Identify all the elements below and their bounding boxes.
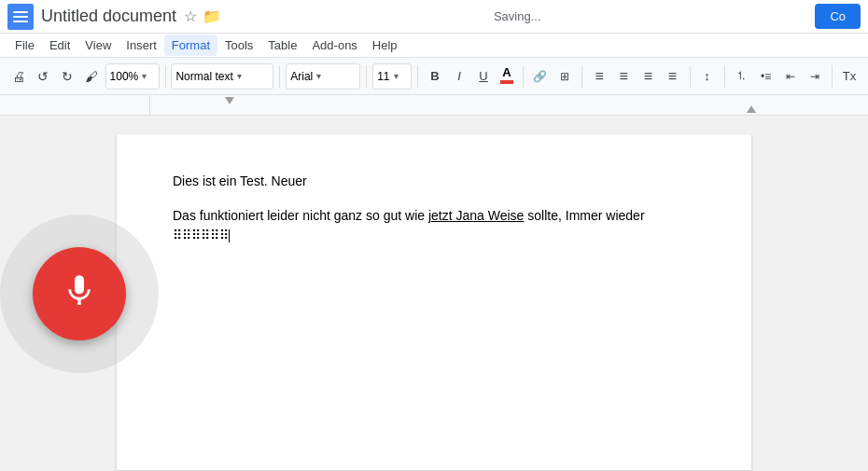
toolbar-divider-6 [581,65,582,88]
menu-item-tools[interactable]: Tools [217,35,260,56]
align-left-button[interactable]: ≡ [588,63,610,90]
doc-title[interactable]: Untitled document [41,7,176,26]
paint-format-button[interactable]: 🖌 [80,63,103,90]
image-button[interactable]: ⊞ [553,63,576,90]
font-select[interactable]: Arial ▾ [286,63,360,90]
folder-icon[interactable]: 📁 [203,7,221,25]
toolbar-divider-5 [523,65,524,88]
saving-status: Saving... [494,9,541,23]
bold-button[interactable]: B [424,63,446,90]
doc-line-2-underlined: jetzt Jana Weise [428,208,524,223]
ruler [0,95,868,116]
bullet-list-button[interactable]: •≡ [755,63,777,90]
share-button[interactable]: Co [815,4,861,29]
doc-line-2[interactable]: Das funktioniert leider nicht ganz so gu… [173,206,695,245]
font-value: Arial [290,70,313,83]
italic-button[interactable]: I [448,63,470,90]
font-size-value: 11 [377,70,389,83]
print-button[interactable]: 🖨 [7,63,30,90]
line-spacing-button[interactable]: ↕ [695,63,718,90]
justify-button[interactable]: ≡ [661,63,683,90]
toolbar-divider-3 [366,65,367,88]
ruler-content [149,95,868,115]
menu-item-edit[interactable]: Edit [42,35,77,56]
font-caret: ▾ [316,71,321,81]
toolbar-divider-7 [690,65,691,88]
menu-item-view[interactable]: View [77,35,119,56]
menu-item-format[interactable]: Format [164,35,217,56]
zoom-caret: ▾ [142,71,147,81]
mic-icon [61,272,98,315]
title-bar: Untitled document ☆ 📁 Saving... Co [0,0,868,34]
style-select[interactable]: Normal text ▾ [171,63,273,90]
style-value: Normal text [175,70,232,83]
text-color-button[interactable]: A [497,63,517,90]
doc-line-1[interactable]: Dies ist ein Test. Neuer [173,172,695,191]
indent-more-button[interactable]: ⇥ [804,63,826,90]
menu-item-help[interactable]: Help [365,35,405,56]
menu-bar: File Edit View Insert Format Tools Table… [0,34,868,58]
voice-overlay [0,116,159,471]
link-button[interactable]: 🔗 [529,63,552,90]
toolbar: 🖨 ↺ ↻ 🖌 100% ▾ Normal text ▾ Arial ▾ 11 … [0,58,868,95]
underline-button[interactable]: U [472,63,495,90]
indent-less-button[interactable]: ⇤ [779,63,802,90]
color-letter: A [502,65,511,79]
color-bar [500,80,513,84]
toolbar-divider-8 [724,65,725,88]
ruler-right-indent[interactable] [747,105,756,113]
zoom-value: 100% [110,70,139,83]
numbered-list-button[interactable]: ⒈ [730,63,752,90]
redo-button[interactable]: ↻ [56,63,78,90]
zoom-select[interactable]: 100% ▾ [105,63,160,90]
toolbar-divider-9 [832,65,833,88]
align-center-button[interactable]: ≡ [612,63,635,90]
menu-item-table[interactable]: Table [260,35,304,56]
undo-button[interactable]: ↺ [32,63,54,90]
size-caret: ▾ [394,71,399,81]
ruler-left-indent[interactable] [225,97,234,104]
app-icon [7,4,34,30]
star-icon[interactable]: ☆ [184,7,197,25]
menu-item-insert[interactable]: Insert [119,35,164,56]
toolbar-divider-2 [279,65,280,88]
clear-format-button[interactable]: Tx [838,63,861,90]
main-area: Dies ist ein Test. Neuer Das funktionier… [0,116,868,471]
menu-item-file[interactable]: File [7,35,42,56]
doc-line-2-before: Das funktioniert leider nicht ganz so gu… [173,208,428,223]
toolbar-divider-1 [165,65,166,88]
toolbar-divider-4 [417,65,418,88]
menu-item-addons[interactable]: Add-ons [304,35,364,56]
style-caret: ▾ [237,71,242,81]
text-cursor [229,229,230,242]
voice-circle-outer [0,215,159,373]
voice-button[interactable] [33,247,126,340]
font-size-select[interactable]: 11 ▾ [372,63,412,90]
doc-page[interactable]: Dies ist ein Test. Neuer Das funktionier… [117,134,751,470]
align-right-button[interactable]: ≡ [637,63,659,90]
